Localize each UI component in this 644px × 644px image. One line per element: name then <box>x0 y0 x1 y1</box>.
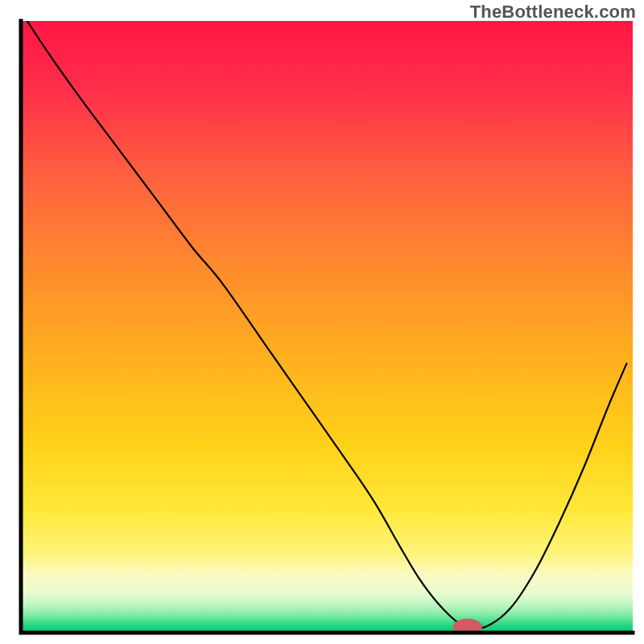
gradient-background <box>21 21 633 633</box>
chart-stage: TheBottleneck.com <box>0 0 644 644</box>
watermark-text: TheBottleneck.com <box>470 2 636 23</box>
bottleneck-chart <box>0 0 644 644</box>
